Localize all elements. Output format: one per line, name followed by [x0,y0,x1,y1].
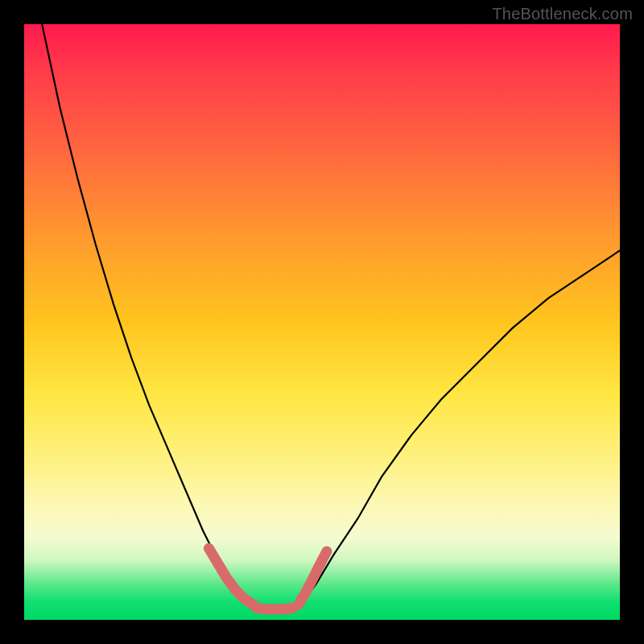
marker-trough [257,608,292,609]
curve-left-branch [42,24,250,608]
watermark-label: TheBottleneck.com [492,5,633,23]
curve-layer [24,24,620,620]
marker-right-ascent [298,551,327,605]
curve-right-branch [298,250,620,608]
chart-frame: TheBottleneck.com [0,0,644,644]
marker-left-descent [208,548,254,605]
plot-area [24,24,620,620]
